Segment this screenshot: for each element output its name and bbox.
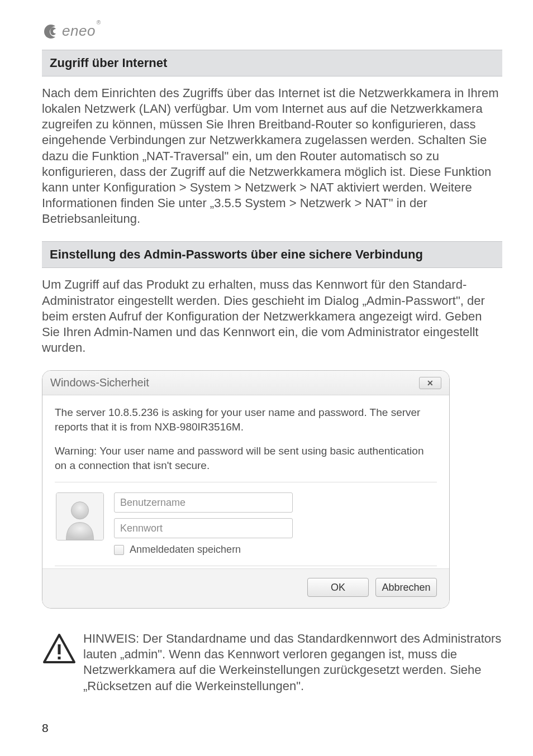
logo-mark-icon (42, 23, 60, 40)
logo-text: eneo® (62, 22, 100, 40)
dialog-message-2: Warning: Your user name and password wil… (55, 444, 437, 473)
dialog-title: Windows-Sicherheit (50, 376, 149, 389)
warning-icon (42, 633, 77, 664)
close-icon: ✕ (427, 379, 434, 387)
remember-label: Anmeldedaten speichern (130, 544, 241, 556)
section-title: Einstellung des Admin-Passworts über ein… (50, 247, 494, 262)
divider (55, 566, 437, 566)
dialog-message-1: The server 10.8.5.236 is asking for your… (55, 405, 437, 434)
section-header-admin: Einstellung des Admin-Passworts über ein… (42, 241, 502, 268)
cancel-button[interactable]: Abbrechen (375, 578, 437, 597)
page-number: 8 (42, 721, 49, 735)
close-button[interactable]: ✕ (419, 377, 441, 389)
password-input[interactable] (114, 518, 293, 538)
svg-rect-3 (58, 657, 61, 659)
user-avatar-icon (56, 492, 104, 540)
auth-dialog: Windows-Sicherheit ✕ The server 10.8.5.2… (42, 370, 450, 609)
section-header-internet: Zugriff über Internet (42, 50, 502, 76)
hint-block: HINWEIS: Der Standardname und das Standa… (42, 631, 502, 694)
username-input[interactable] (114, 492, 293, 513)
remember-checkbox[interactable]: Anmeldedaten speichern (114, 544, 434, 556)
section-body: Um Zugriff auf das Produkt zu erhalten, … (42, 277, 502, 356)
svg-point-1 (71, 502, 88, 519)
section-body: Nach dem Einrichten des Zugriffs über da… (42, 85, 502, 227)
section-title: Zugriff über Internet (50, 56, 494, 70)
checkbox-icon (114, 545, 124, 555)
ok-button[interactable]: OK (307, 578, 369, 597)
divider (55, 482, 437, 482)
brand-logo: eneo® (42, 22, 502, 40)
svg-rect-2 (58, 644, 61, 654)
hint-text: HINWEIS: Der Standardname und das Standa… (83, 631, 502, 694)
dialog-titlebar: Windows-Sicherheit ✕ (42, 371, 449, 395)
